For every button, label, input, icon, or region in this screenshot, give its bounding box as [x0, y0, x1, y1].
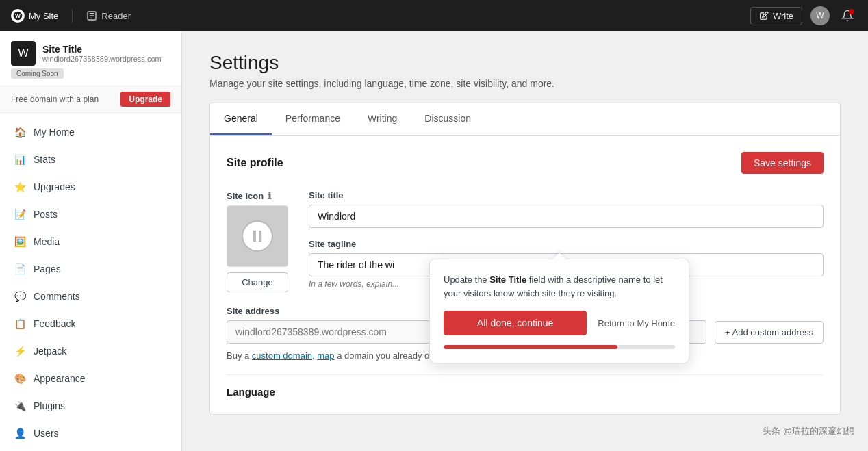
site-title-tooltip: Update the Site Title field with a descr…: [429, 259, 689, 363]
sidebar-item-upgrades[interactable]: ⭐ Upgrades: [0, 173, 181, 201]
sidebar-nav: 🏠 My Home 📊 Stats ⭐ Upgrades 📝 Posts 🖼️ …: [0, 113, 181, 451]
sidebar-item-label: Appearance: [34, 373, 86, 384]
home-icon: 🏠: [13, 125, 27, 139]
notification-badge: [849, 9, 854, 14]
site-title-label: Site title: [309, 190, 824, 201]
avatar[interactable]: W: [810, 6, 830, 25]
site-icon-group: Site icon ℹ Change: [227, 190, 288, 292]
tooltip-text: Update the Site Title field with a descr…: [444, 273, 675, 300]
wordpress-icon: W: [11, 9, 25, 23]
my-site-button[interactable]: W My Site: [11, 9, 58, 23]
tab-performance[interactable]: Performance: [272, 103, 354, 136]
page-title: Settings: [209, 52, 841, 74]
site-info: Site Title windlord267358389.wordpress.c…: [42, 44, 170, 63]
reader-label: Reader: [101, 11, 131, 21]
sidebar-item-label: Media: [34, 236, 60, 247]
page-subtitle: Manage your site settings, including lan…: [209, 78, 841, 89]
sidebar-site-info: W Site Title windlord267358389.wordpress…: [0, 31, 181, 86]
pages-icon: 📄: [13, 262, 27, 276]
tooltip-progress-bar-track: [444, 345, 675, 349]
reader-button[interactable]: Reader: [86, 10, 131, 21]
sidebar-site-title: Site Title: [42, 44, 170, 55]
plugins-icon: 🔌: [13, 399, 27, 413]
sidebar-item-posts[interactable]: 📝 Posts: [0, 201, 181, 228]
tooltip-arrow: [552, 253, 566, 259]
sidebar-item-label: Users: [34, 428, 59, 439]
sidebar-item-label: Posts: [34, 209, 58, 220]
panel-header: Site profile Save settings: [227, 152, 824, 174]
avatar-initials: W: [816, 11, 824, 21]
sidebar-item-label: Plugins: [34, 400, 65, 411]
sidebar-item-label: Pages: [34, 263, 61, 274]
change-icon-button[interactable]: Change: [227, 272, 288, 292]
sidebar-item-feedback[interactable]: 📋 Feedback: [0, 310, 181, 337]
upgrades-icon: ⭐: [13, 180, 27, 194]
stats-icon: 📊: [13, 153, 27, 166]
sidebar-item-jetpack[interactable]: ⚡ Jetpack: [0, 337, 181, 365]
panel-title: Site profile: [227, 157, 283, 169]
tooltip-progress-bar: [444, 345, 617, 349]
feedback-icon: 📋: [13, 317, 27, 331]
site-icon-preview: [227, 205, 288, 267]
svg-text:W: W: [15, 12, 21, 19]
tooltip-actions: All done, continue Return to My Home: [444, 311, 675, 335]
sidebar-item-label: Stats: [34, 154, 55, 165]
settings-tabs: General Performance Writing Discussion: [209, 103, 841, 135]
main-content: Settings Manage your site settings, incl…: [182, 31, 868, 451]
sidebar-item-label: My Home: [34, 127, 75, 138]
upgrade-text: Free domain with a plan: [11, 94, 99, 104]
site-title-field-group: Site title: [309, 190, 824, 228]
my-site-label: My Site: [29, 11, 58, 21]
jetpack-icon: ⚡: [13, 344, 27, 358]
sidebar-item-label: Comments: [34, 291, 80, 302]
all-done-continue-button[interactable]: All done, continue: [444, 311, 587, 335]
return-to-my-home-link[interactable]: Return to My Home: [598, 318, 675, 328]
custom-domain-link[interactable]: custom domain: [252, 350, 312, 361]
appearance-icon: 🎨: [13, 372, 27, 385]
write-button[interactable]: Write: [750, 7, 802, 25]
site-title-input[interactable]: [309, 205, 824, 228]
users-icon: 👤: [13, 426, 27, 440]
topbar-right: Write W: [750, 6, 857, 25]
sidebar-item-media[interactable]: 🖼️ Media: [0, 228, 181, 255]
upgrade-bar: Free domain with a plan Upgrade: [0, 86, 181, 113]
sidebar-item-appearance[interactable]: 🎨 Appearance: [0, 365, 181, 392]
tab-discussion[interactable]: Discussion: [411, 103, 485, 136]
sidebar-item-pages[interactable]: 📄 Pages: [0, 255, 181, 283]
site-icon-label: Site icon ℹ: [227, 190, 288, 201]
media-icon: 🖼️: [13, 235, 27, 248]
site-row: W Site Title windlord267358389.wordpress…: [11, 41, 170, 66]
coming-soon-badge: Coming Soon: [11, 68, 64, 79]
site-icon: W: [11, 41, 36, 66]
comments-icon: 💬: [13, 289, 27, 303]
sidebar-item-comments[interactable]: 💬 Comments: [0, 283, 181, 310]
tooltip-bold: Site Title: [489, 274, 526, 285]
site-tagline-label: Site tagline: [309, 239, 824, 249]
map-domain-link[interactable]: map: [317, 350, 334, 361]
sidebar-item-label: Feedback: [34, 318, 75, 329]
sidebar-item-label: Jetpack: [34, 346, 66, 357]
add-custom-address-button[interactable]: + Add custom address: [715, 321, 824, 344]
upgrade-button[interactable]: Upgrade: [120, 92, 170, 107]
settings-panel: Site profile Save settings Site icon ℹ C…: [209, 135, 841, 415]
sidebar-item-stats[interactable]: 📊 Stats: [0, 146, 181, 173]
sidebar: W Site Title windlord267358389.wordpress…: [0, 31, 182, 451]
write-label: Write: [773, 11, 793, 21]
save-settings-button[interactable]: Save settings: [741, 152, 824, 174]
sidebar-item-tools[interactable]: 🔧 Tools: [0, 447, 181, 451]
posts-icon: 📝: [13, 207, 27, 221]
sidebar-site-url: windlord267358389.wordpress.com: [42, 55, 170, 63]
info-icon: ℹ: [268, 190, 271, 201]
tab-general[interactable]: General: [210, 103, 272, 136]
page-header: Settings Manage your site settings, incl…: [209, 52, 841, 89]
tab-writing[interactable]: Writing: [354, 103, 411, 136]
language-section-title: Language: [227, 374, 824, 398]
sidebar-item-my-home[interactable]: 🏠 My Home: [0, 118, 181, 146]
app-layout: W Site Title windlord267358389.wordpress…: [0, 31, 868, 451]
topbar-left: W My Site Reader: [11, 9, 131, 23]
sidebar-item-users[interactable]: 👤 Users: [0, 420, 181, 447]
sidebar-item-plugins[interactable]: 🔌 Plugins: [0, 392, 181, 420]
notifications-button[interactable]: [838, 6, 857, 25]
topbar-separator: [72, 9, 73, 23]
topbar: W My Site Reader Write W: [0, 0, 868, 31]
